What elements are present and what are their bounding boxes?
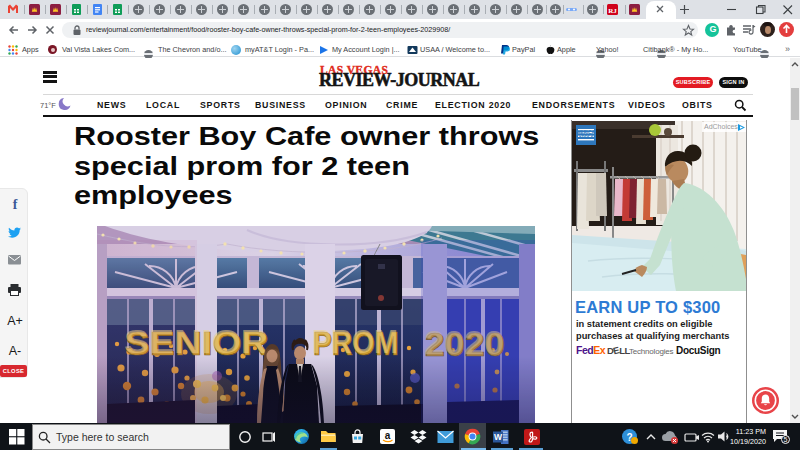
svg-text:W: W bbox=[494, 432, 503, 442]
svg-text:5: 5 bbox=[784, 436, 788, 443]
svg-text:EXPRESS: EXPRESS bbox=[576, 135, 596, 140]
svg-text:a: a bbox=[385, 430, 391, 441]
svg-text:RJ: RJ bbox=[608, 7, 617, 15]
svg-text:f: f bbox=[13, 197, 18, 212]
svg-text:A+: A+ bbox=[7, 314, 23, 328]
svg-text:A-: A- bbox=[9, 344, 22, 358]
